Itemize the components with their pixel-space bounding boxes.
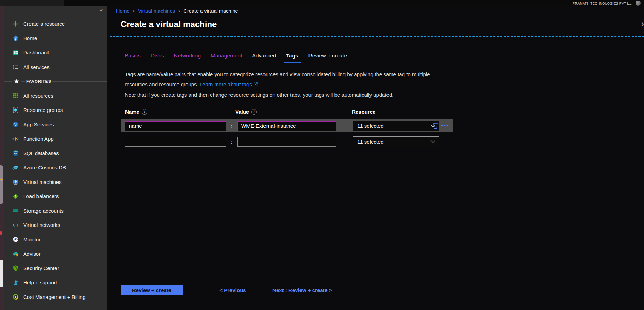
breadcrumb-virtual-machines[interactable]: Virtual machines [138,8,175,14]
review-create-button[interactable]: Review + create [121,285,183,295]
resource-groups-icon [12,107,19,113]
tag-name-input-empty[interactable] [125,137,226,147]
tab-advanced[interactable]: Advanced [252,53,276,63]
tag-value-input-empty[interactable] [237,137,336,147]
breadcrumb-separator: > [133,9,135,13]
info-icon[interactable]: i [142,109,147,115]
background-orange-dot [0,178,3,181]
tags-note: Note that if you create tags and then ch… [125,92,393,98]
load-balancers-icon [12,193,19,200]
sidebar-item-virtual-networks[interactable]: Virtual networks [4,218,107,232]
top-bar: PRAMATH TECHNOLOGIES PVT L... [0,0,644,6]
storage-accounts-icon [12,207,19,214]
tag-value-input[interactable] [237,121,336,131]
sidebar-item-dashboard[interactable]: Dashboard [4,45,107,60]
sidebar-item-all-services[interactable]: All services [4,60,107,74]
tab-review-create[interactable]: Review + create [308,53,347,63]
ellipsis-icon: ••• [441,122,449,129]
sidebar-item-all-resources[interactable]: All resources [4,89,107,103]
plus-icon [12,21,19,27]
sidebar-item-function-app[interactable]: Function App [4,132,107,146]
sidebar: « Create a resource Home Dashboard [4,6,107,310]
sidebar-item-monitor[interactable]: Monitor [4,232,107,247]
sidebar-item-security-center[interactable]: Security Center [4,261,107,276]
home-icon [12,35,19,41]
sidebar-item-cost-management-billing[interactable]: $ Cost Management + Billing [4,290,107,304]
sidebar-item-resource-groups[interactable]: Resource groups [4,103,107,117]
expand-chevron-icon[interactable]: › [641,19,644,28]
name-column-header: Namei [125,109,147,115]
value-column-header: Valuei [235,109,257,115]
previous-button[interactable]: < Previous [209,285,256,295]
next-button[interactable]: Next : Review + create > [260,285,345,295]
account-menu[interactable]: PRAMATH TECHNOLOGIES PVT L... [573,0,641,6]
sidebar-item-create-a-resource[interactable]: Create a resource [4,17,107,31]
all-services-icon [12,64,19,70]
background-window-strip [0,6,4,310]
name-value-separator: : [229,139,234,145]
tag-name-input[interactable] [125,121,226,131]
app-services-icon [12,121,19,127]
cosmos-db-icon [12,165,19,171]
tab-disks[interactable]: Disks [151,53,164,63]
sidebar-item-home[interactable]: Home [4,31,107,46]
background-blob [0,165,3,204]
grid-icon [12,92,19,99]
sidebar-item-load-balancers[interactable]: Load balancers [4,189,107,204]
sidebar-item-virtual-machines[interactable]: Virtual machines [4,175,107,189]
tab-basics[interactable]: Basics [125,53,141,63]
azure-portal-screen: PRAMATH TECHNOLOGIES PVT L... « Create a… [0,0,644,310]
resource-column-header: Resource [352,109,375,115]
info-icon[interactable]: i [251,109,257,115]
advisor-icon [12,251,19,257]
row-more-options-button[interactable]: ••• [441,122,449,129]
wizard-tabs: Basics Disks Networking Management Advan… [125,53,347,63]
delete-row-button[interactable] [432,122,438,130]
tab-tags[interactable]: Tags [284,53,301,63]
tag-row: : 11 selected [121,135,453,148]
tags-tab-panel: Basics Disks Networking Management Advan… [110,36,644,310]
table-headers: Namei Valuei Resource [110,109,644,116]
sidebar-nav: Create a resource Home Dashboard All ser… [4,6,107,304]
sql-databases-icon: SQL [12,150,19,156]
account-name: PRAMATH TECHNOLOGIES PVT L... [573,1,632,5]
star-icon [12,78,21,85]
sidebar-item-azure-cosmos-db[interactable]: Azure Cosmos DB [4,160,107,175]
sidebar-item-storage-accounts[interactable]: Storage accounts [4,204,107,218]
background-white-rect [0,260,3,287]
resource-dropdown[interactable]: 11 selected [353,136,439,147]
svg-text:SQL: SQL [14,153,17,155]
sidebar-item-advisor[interactable]: Advisor [4,247,107,261]
tag-row: : 11 selected ••• [121,119,453,132]
tags-description: Tags are name/value pairs that enable yo… [125,70,449,90]
learn-more-link[interactable]: Learn more about tags [200,81,258,87]
sidebar-item-help-support[interactable]: Help + support [4,275,107,290]
chevron-down-icon [430,140,435,143]
background-red-dot [0,231,2,235]
help-support-icon [12,280,19,286]
name-value-separator: : [229,123,234,129]
breadcrumb-current: Create a virtual machine [184,8,238,14]
external-link-icon [253,80,258,90]
cost-management-icon: $ [12,294,19,300]
page-title: Create a virtual machine [121,19,217,29]
virtual-networks-icon [12,222,19,228]
trash-icon [432,122,438,130]
svg-text:$: $ [15,296,16,299]
dashboard-icon [12,50,19,56]
monitor-icon [12,236,19,242]
avatar [636,1,641,6]
virtual-machines-icon [12,179,19,185]
resource-dropdown[interactable]: 11 selected [353,121,439,131]
tab-management[interactable]: Management [211,53,242,63]
sidebar-collapse-button[interactable]: « [100,7,103,13]
top-bar-left-segment [0,0,64,6]
function-app-icon [12,136,19,142]
tab-networking[interactable]: Networking [174,53,201,63]
footer-divider [110,274,644,274]
breadcrumb: Home > Virtual machines > Create a virtu… [110,6,644,16]
content-area: Home > Virtual machines > Create a virtu… [107,6,644,310]
sidebar-item-sql-databases[interactable]: SQL SQL databases [4,146,107,161]
breadcrumb-home[interactable]: Home [116,8,130,14]
sidebar-item-app-services[interactable]: App Services [4,117,107,132]
